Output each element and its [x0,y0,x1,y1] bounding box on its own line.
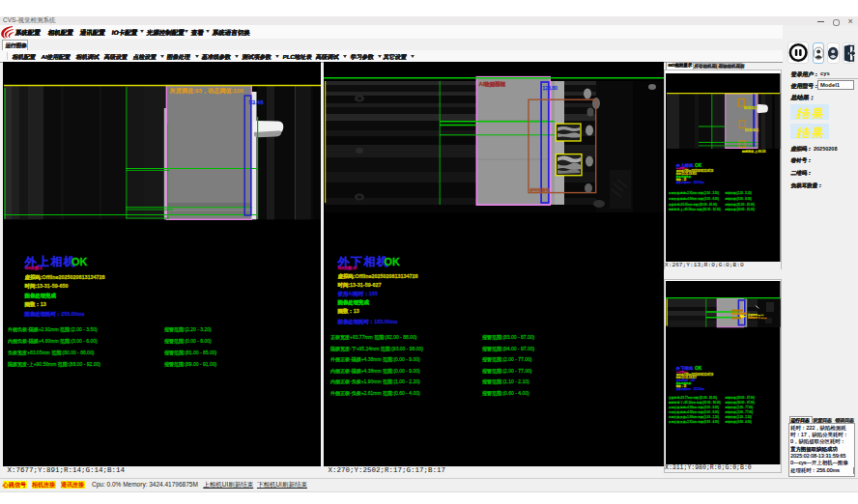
svg-text:报警范围:(2.20 - 3.20): 报警范围:(2.20 - 3.20) [726,191,752,195]
svg-text:内侧负极-隔膜+4.60mm 范围:(3.00 - 6.00: 内侧负极-隔膜+4.60mm 范围:(3.00 - 6.00) [669,197,719,201]
svg-text:报警范围:(83.00 - 87.00): 报警范围:(83.00 - 87.00) [482,334,535,341]
svg-text:隔膜宽度-上+90.56mm 范围:(88.00 - 92.: 隔膜宽度-上+90.56mm 范围:(88.00 - 92.00) [669,208,721,211]
svg-text:NG次数:/0: NG次数:/0 [338,266,358,270]
svg-text:报警范围:(94.00 - 97.00): 报警范围:(94.00 - 97.00) [726,401,755,405]
svg-text:报警范围:(1.10 - 2.10): 报警范围:(1.10 - 2.10) [726,415,752,419]
svg-text:报警范围:(89.00 - 91.00): 报警范围:(89.00 - 91.00) [726,208,755,211]
svg-text:报警范围:(2.00 - 77.00): 报警范围:(2.00 - 77.00) [482,368,532,375]
svg-text:内侧负极-隔膜+4.60mm 范围:(3.00 - 6.00: 内侧负极-隔膜+4.60mm 范围:(3.00 - 6.00) [8,338,98,345]
svg-text:报警范围:(2.20 - 3.20): 报警范围:(2.20 - 3.20) [164,326,212,333]
svg-text:报警范围:(2.00 - 77.00): 报警范围:(2.00 - 77.00) [726,410,754,414]
svg-text:内侧正极-隔膜+4.38mm 范围:(0.00 - 9.00: 内侧正极-隔膜+4.38mm 范围:(0.00 - 9.00) [669,410,719,414]
svg-text:报警范围:(0.60 - 4.00): 报警范围:(0.60 - 4.00) [482,390,529,397]
svg-text:虚拟码:Offline2025020813134728: 虚拟码:Offline2025020813134728 [338,273,418,280]
svg-text:报警范围:(81.00 - 85.00): 报警范围:(81.00 - 85.00) [164,350,217,356]
svg-text:报警范围:(89.00 - 91.00): 报警范围:(89.00 - 91.00) [164,361,217,368]
svg-text:报警范围:(81.00 - 85.00): 报警范围:(81.00 - 85.00) [726,203,755,207]
svg-text:隔膜宽度-下+95.24mm 范围:(93.00 - 98.: 隔膜宽度-下+95.24mm 范围:(93.00 - 98.00) [669,401,721,405]
svg-text:53.48: 53.48 [249,99,265,105]
svg-text:圈数：13: 圈数：13 [25,301,46,308]
svg-text:图像处理完成: 图像处理完成 [338,299,370,306]
svg-text:NG次数:1: NG次数:1 [25,266,43,270]
svg-text:外侧正极-隔膜+4.38mm 范围:(0.00 - 9.00: 外侧正极-隔膜+4.38mm 范围:(0.00 - 9.00) [330,356,420,363]
svg-text:外侧正极-负极+2.61mm 范围:(0.60 - 4.00: 外侧正极-负极+2.61mm 范围:(0.60 - 4.00) [669,420,719,424]
svg-text:图像处理耗时：256.00ms: 图像处理耗时：256.00ms [676,181,705,184]
svg-text:报警范围:(0.00 - 8.00): 报警范围:(0.00 - 8.00) [164,338,212,345]
svg-text:正极宽度+83.77mm 范围:(82.00 - 88.00: 正极宽度+83.77mm 范围:(82.00 - 88.00) [669,396,717,400]
svg-text:隔膜宽度-上+90.56mm 范围:(88.00 - 92.: 隔膜宽度-上+90.56mm 范围:(88.00 - 92.00) [8,361,100,368]
svg-text:负极宽度+83.05mm 范围:(80.00 - 86.00: 负极宽度+83.05mm 范围:(80.00 - 86.00) [8,350,95,356]
svg-text:OK: OK [385,256,400,267]
svg-text:83.05 84.1: 83.05 84.1 [745,128,759,132]
svg-text:图像处理耗时：256.00ms: 图像处理耗时：256.00ms [25,311,85,318]
svg-text:报警范围:(0.00 - 8.00): 报警范围:(0.00 - 8.00) [726,197,752,201]
svg-text:圈数：13: 圈数：13 [338,308,359,315]
svg-text:报警范围:(2.00 - 77.00): 报警范围:(2.00 - 77.00) [482,356,532,363]
svg-text:时间:13-31-59-650: 时间:13-31-59-650 [25,283,69,290]
svg-text:缺陷检测框: 缺陷检测框 [530,187,550,192]
svg-text:报警范围:(1.10 - 2.10): 报警范围:(1.10 - 2.10) [482,378,529,385]
svg-text:内侧正极-负极+1.90mm 范围:(1.00 - 2.20: 内侧正极-负极+1.90mm 范围:(1.00 - 2.20) [669,415,719,419]
svg-text:内侧正极-负极+1.90mm 范围:(1.00 - 2.20: 内侧正极-负极+1.90mm 范围:(1.00 - 2.20) [330,378,420,385]
svg-text:123.80: 123.80 [543,85,558,91]
svg-text:外侧负极-隔膜+2.91mm 范围:(2.00 - 3.50: 外侧负极-隔膜+2.91mm 范围:(2.00 - 3.50) [669,191,719,195]
svg-text:灰度阈值:93，动态阈值:100: 灰度阈值:93，动态阈值:100 [170,87,244,95]
svg-text:图像处理耗时：183.00ms: 图像处理耗时：183.00ms [338,319,398,325]
svg-text:隔膜宽度-下:95.24: 隔膜宽度-下:95.24 [748,316,767,320]
svg-text:AI检测画框: AI检测画框 [479,81,506,88]
svg-text:OK: OK [695,163,702,168]
svg-text:90.56 82.2: 90.56 82.2 [744,106,758,110]
svg-text:报警范围:(2.00 - 77.00): 报警范围:(2.00 - 77.00) [726,406,754,409]
svg-text:正极宽度:83.77: 正极宽度:83.77 [748,313,764,317]
svg-text:OK: OK [72,256,87,267]
svg-text:虚拟码:Offline2025020813134728: 虚拟码:Offline2025020813134728 [25,274,105,281]
svg-text:OK: OK [695,366,702,371]
svg-text:内侧正极-隔膜+4.38mm 范围:(0.00 - 9.00: 内侧正极-隔膜+4.38mm 范围:(0.00 - 9.00) [330,368,420,375]
svg-text:使用AI耗时：165: 使用AI耗时：165 [337,291,378,297]
svg-text:报警范围:(83.00 - 87.00): 报警范围:(83.00 - 87.00) [726,396,755,400]
svg-text:隔膜宽度-上:90.56: 隔膜宽度-上:90.56 [742,150,766,154]
svg-text:报警范围:(0.60 - 4.00): 报警范围:(0.60 - 4.00) [726,420,752,424]
svg-text:外侧负极-隔膜+2.91mm 范围:(2.00 - 3.50: 外侧负极-隔膜+2.91mm 范围:(2.00 - 3.50) [8,326,98,333]
svg-text:报警范围:(94.00 - 97.00): 报警范围:(94.00 - 97.00) [482,346,535,352]
svg-text:负极宽度+83.05mm 范围:(80.00 - 86.00: 负极宽度+83.05mm 范围:(80.00 - 86.00) [669,203,717,207]
svg-text:图像处理完成: 图像处理完成 [25,293,57,299]
svg-text:图像处理耗时：183.00ms: 图像处理耗时：183.00ms [676,387,705,391]
svg-text:时间:13-31-59-627: 时间:13-31-59-627 [338,282,382,289]
svg-text:外侧正极-负极+2.61mm 范围:(0.60 - 4.00: 外侧正极-负极+2.61mm 范围:(0.60 - 4.00) [330,390,420,397]
svg-text:正极宽度+83.77mm 范围:(82.00 - 88.00: 正极宽度+83.77mm 范围:(82.00 - 88.00) [330,334,417,341]
svg-text:隔膜宽度-下+95.24mm 范围:(93.00 - 98.: 隔膜宽度-下+95.24mm 范围:(93.00 - 98.00) [330,346,423,352]
svg-text:外侧正极-隔膜+4.38mm 范围:(0.00 - 9.00: 外侧正极-隔膜+4.38mm 范围:(0.00 - 9.00) [669,406,719,409]
